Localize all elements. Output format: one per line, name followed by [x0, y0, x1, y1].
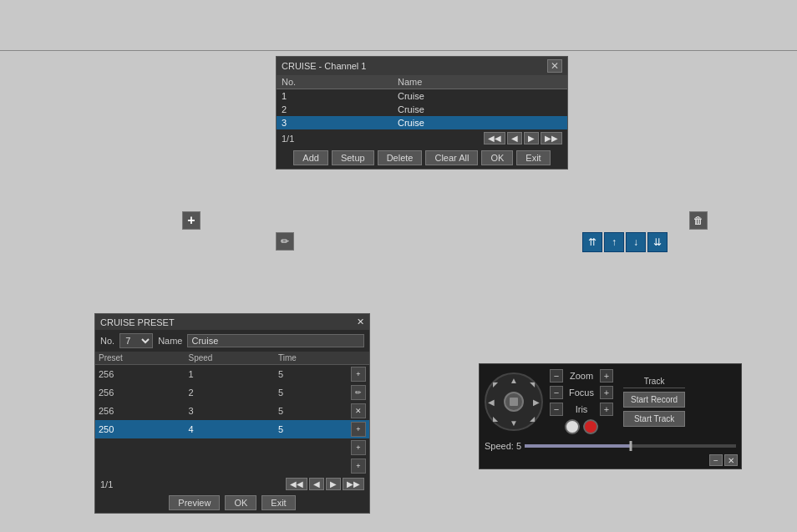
start-record-button[interactable]: Start Record [623, 392, 685, 408]
table-row: + [95, 457, 369, 475]
ptz-minimize-button[interactable]: − [709, 454, 723, 466]
move-bottom-button[interactable]: ⇊ [647, 232, 668, 252]
table-row[interactable]: 250 4 5 + [95, 420, 369, 438]
pr4-time: 5 [275, 420, 348, 438]
cruise-nav-last[interactable]: ▶▶ [541, 132, 562, 144]
speed-row: Speed: 5 [480, 439, 741, 454]
cruise-nav-prev[interactable]: ◀ [507, 132, 522, 144]
record-red-icon[interactable] [583, 419, 598, 434]
cruise-nav-next[interactable]: ▶ [524, 132, 539, 144]
ptz-inner: ▲ ▼ ◀ ▶ ◤ ◥ ◣ ◢ − Zoom + − Focu [480, 364, 741, 439]
table-row[interactable]: 1 Cruise [277, 89, 567, 104]
pr4-preset: 250 [95, 420, 185, 438]
zoom-minus-button[interactable]: − [550, 369, 563, 383]
record-icons [550, 419, 613, 434]
trash-icon: 🗑 [693, 215, 703, 226]
cruise-add-button[interactable]: Add [293, 150, 328, 165]
preset-row3-del[interactable]: ✕ [351, 403, 366, 418]
preset-row4-add[interactable]: + [351, 422, 366, 437]
edit-icon-button[interactable]: ✏ [276, 232, 294, 251]
preset-nav-last[interactable]: ▶▶ [343, 478, 364, 490]
zoom-label: Zoom [566, 371, 596, 381]
start-track-button[interactable]: Start Track [623, 411, 685, 427]
ptz-close-button[interactable]: ✕ [724, 454, 738, 466]
preset-nav: 1/1 ◀◀ ◀ ▶ ▶▶ [95, 475, 369, 493]
joy-upright-arrow[interactable]: ◥ [530, 381, 535, 388]
table-row[interactable]: 256 3 5 ✕ [95, 402, 369, 420]
table-row[interactable]: 256 1 5 + [95, 365, 369, 384]
zoom-plus-button[interactable]: + [600, 369, 613, 383]
preset-name-input[interactable] [187, 334, 364, 347]
pr2-time: 5 [275, 383, 348, 402]
table-row[interactable]: 256 2 5 ✏ [95, 383, 369, 402]
pr4-speed: 4 [185, 420, 275, 438]
joy-downright-arrow[interactable]: ◢ [530, 415, 535, 423]
cruise-ok-button[interactable]: OK [481, 150, 513, 165]
preset-col-speed: Speed [185, 352, 275, 365]
pr2-speed: 2 [185, 383, 275, 402]
preset-no-select[interactable]: 7 [119, 333, 153, 348]
cruise-table: No. Name 1 Cruise 2 Cruise 3 Cruise [277, 75, 567, 129]
ptz-bottom: − ✕ [480, 454, 741, 469]
track-col: Track Start Record Start Track [623, 377, 685, 427]
joystick-center-stop[interactable] [504, 392, 524, 412]
iris-minus-button[interactable]: − [550, 403, 563, 416]
focus-plus-button[interactable]: + [600, 386, 613, 399]
joy-upleft-arrow[interactable]: ◤ [493, 381, 498, 388]
speed-slider[interactable] [525, 444, 736, 448]
ptz-controls: − Zoom + − Focus + − Iris + [550, 369, 613, 434]
joystick[interactable]: ▲ ▼ ◀ ▶ ◤ ◥ ◣ ◢ [485, 372, 543, 431]
iris-label: Iris [566, 404, 596, 414]
iris-plus-button[interactable]: + [600, 403, 613, 416]
table-row[interactable]: 2 Cruise [277, 103, 567, 116]
preset-row1-add[interactable]: + [351, 367, 366, 382]
cruise-delete-button[interactable]: Delete [378, 150, 423, 165]
preset-dialog-title: CRUISE PRESET [100, 317, 175, 327]
pr3-speed: 3 [185, 402, 275, 420]
speed-thumb [629, 441, 632, 451]
table-row[interactable]: 3 Cruise [277, 116, 567, 129]
preset-exit-button[interactable]: Exit [261, 495, 295, 510]
cruise-exit-button[interactable]: Exit [516, 150, 550, 165]
preset-nav-prev[interactable]: ◀ [309, 478, 324, 490]
preset-dialog-close[interactable]: ✕ [357, 317, 364, 327]
add-icon-button[interactable]: + [182, 211, 201, 230]
joy-left-arrow[interactable]: ◀ [488, 398, 495, 407]
joy-right-arrow[interactable]: ▶ [533, 398, 540, 407]
move-top-button[interactable]: ↑ [604, 232, 624, 252]
pr2-preset: 256 [95, 383, 185, 402]
joystick-ring: ▲ ▼ ◀ ▶ ◤ ◥ ◣ ◢ [485, 372, 543, 431]
ptz-panel: ▲ ▼ ◀ ▶ ◤ ◥ ◣ ◢ − Zoom + − Focu [479, 363, 742, 469]
row2-no: 2 [277, 103, 393, 116]
move-down-button[interactable]: ↓ [626, 232, 646, 252]
plus-icon: + [187, 213, 195, 228]
cruise-page-info: 1/1 [282, 134, 294, 144]
cruise-dialog-close[interactable]: ✕ [547, 59, 562, 73]
preset-nav-first[interactable]: ◀◀ [286, 478, 307, 490]
move-top-top-button[interactable]: ⇈ [582, 232, 602, 252]
preset-nav-next[interactable]: ▶ [326, 478, 341, 490]
pr1-speed: 1 [185, 365, 275, 384]
preset-ok-button[interactable]: OK [225, 495, 256, 510]
preset-col-time: Time [275, 352, 348, 365]
preset-row5-add[interactable]: + [351, 440, 366, 455]
record-white-icon[interactable] [565, 419, 580, 434]
pr3-time: 5 [275, 402, 348, 420]
preset-preview-button[interactable]: Preview [169, 495, 220, 510]
cruise-clearall-button[interactable]: Clear All [425, 150, 478, 165]
row1-name: Cruise [393, 89, 567, 104]
preset-dialog-titlebar: CRUISE PRESET ✕ [95, 314, 369, 330]
joy-up-arrow[interactable]: ▲ [510, 376, 518, 385]
zoom-row: − Zoom + [550, 369, 613, 383]
cruise-nav-first[interactable]: ◀◀ [484, 132, 505, 144]
preset-row2-edit[interactable]: ✏ [351, 385, 366, 400]
joy-downleft-arrow[interactable]: ◣ [493, 415, 498, 423]
cruise-col-name: Name [393, 75, 567, 89]
preset-row6-add[interactable]: + [351, 459, 366, 474]
joy-down-arrow[interactable]: ▼ [510, 418, 518, 428]
cruise-setup-button[interactable]: Setup [332, 150, 374, 165]
trash-icon-button[interactable]: 🗑 [689, 211, 708, 230]
row3-name: Cruise [393, 116, 567, 129]
focus-minus-button[interactable]: − [550, 386, 563, 399]
preset-footer: Preview OK Exit [95, 493, 369, 513]
